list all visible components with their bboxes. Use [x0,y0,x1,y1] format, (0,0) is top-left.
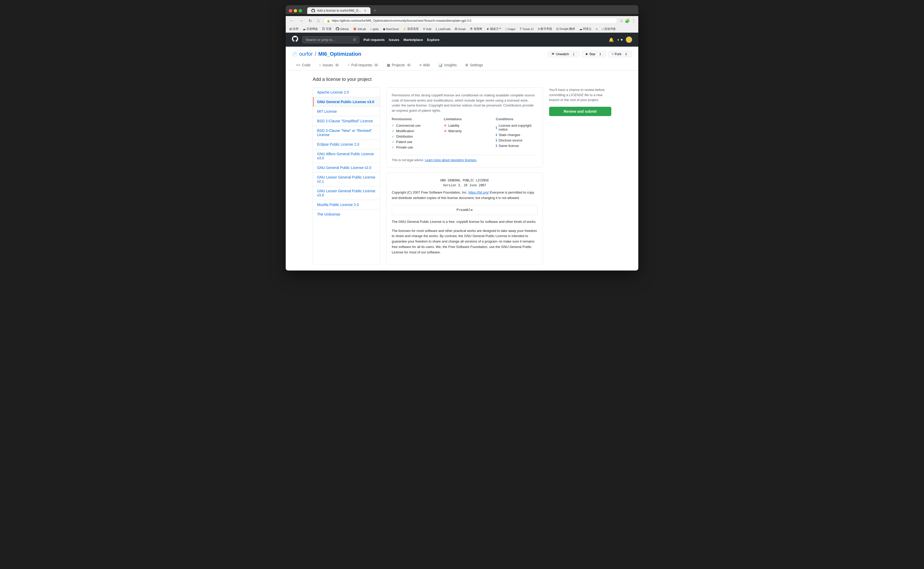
github-logo[interactable] [292,36,298,44]
tab-code[interactable]: <> Code [292,60,315,70]
extensions-icon[interactable]: 🧩 [625,18,630,23]
bookmark-vultr[interactable]: VVultr [422,27,433,31]
license-description: Permissions of this strong copyleft lice… [392,93,537,113]
projects-icon: ▦ [387,63,390,67]
star-browser-icon[interactable]: ☆ [620,18,623,23]
refresh-button[interactable]: ↻ [307,18,313,24]
pr-badge: 0 [374,64,378,67]
check-icon: ✓ [392,123,395,128]
bookmark-travis[interactable]: TTravis CI [518,27,535,31]
license-text-box: GNU GENERAL PUBLIC LICENSE Version 3, 29… [386,173,543,264]
bookmark-daocloud[interactable]: ◆DaoCloud [382,27,400,31]
bookmark-other[interactable]: □其他书签 [601,26,617,31]
review-submit-button[interactable]: Review and submit [549,107,611,116]
search-shortcut: / [353,38,356,41]
close-dot[interactable] [289,9,292,12]
tab-settings[interactable]: ⚙ Settings [461,60,487,70]
preamble-header: Preamble [392,205,537,215]
new-tab-button[interactable]: + [374,8,376,13]
active-tab[interactable]: Add a license to ourfor/MI6_O... ✕ [307,7,371,14]
add-icon[interactable]: + ▾ [617,37,623,42]
minimize-dot[interactable] [294,9,297,12]
license-item-bsd2[interactable]: BSD 2-Clause "Simplified" License [313,116,380,126]
repo-name[interactable]: MI6_Optimization [319,51,361,57]
eye-icon: 👁 [552,52,555,56]
search-input[interactable]: Search or jump to... / [302,36,359,43]
bookmark-gists[interactable]: ○gists [369,27,380,31]
nav-marketplace[interactable]: Marketplace [403,38,423,42]
license-item-agpl3[interactable]: GNU Affero General Public License v3.0 [313,149,380,163]
nav-issues[interactable]: Issues [389,38,399,42]
back-button[interactable]: ← [288,18,296,24]
fork-button[interactable]: ⑂ Fork 0 [608,51,632,57]
license-item-lgpl3[interactable]: GNU Lesser General Public License v3.0 [313,186,380,200]
bookmark-aliyun[interactable]: ☁阿里云 [578,26,593,31]
license-item-gpl2[interactable]: GNU General Public License v2.0 [313,163,380,173]
star-button[interactable]: ★ Star 3 [582,51,606,57]
tab-wiki[interactable]: ≡ Wiki [415,60,434,70]
tab-pull-requests[interactable]: ⑂ Pull requests 0 [343,60,383,70]
bookmark-saobowang[interactable]: ★骚波汪™ [485,26,502,31]
bookmark-imgur[interactable]: □Imgur [505,27,517,31]
unwatch-button[interactable]: 👁 Unwatch 1 [548,51,580,57]
bookmark-zhihushu[interactable]: 木智慧树 [469,26,483,32]
cross-icon: ✕ [444,129,447,133]
license-item-eclipse[interactable]: Eclipse Public License 2.0 [313,140,380,149]
repo-title: 📄 ourfor / MI6_Optimization [292,51,361,57]
fsf-url-link[interactable]: https://fsf.org/ [468,190,489,194]
github-tab-icon [311,9,315,12]
tab-issues[interactable]: ○ Issues 0 [315,60,343,70]
bookmark-leetcode[interactable]: LLeetCode [435,27,451,31]
star-count: 3 [598,52,603,56]
license-list: Apache License 2.0 GNU General Public Li… [313,87,380,264]
tab-projects[interactable]: ▦ Projects 0 [383,60,415,70]
conditions-col: Conditions ℹ License and copyright notic… [496,117,537,151]
home-button[interactable]: ⌂ [316,18,321,24]
license-item-unlicense[interactable]: The Unlicense [313,210,380,219]
license-item-lgpl2[interactable]: GNU Lesser General Public License v2.1 [313,173,380,186]
menu-icon[interactable]: ⋮ [631,18,636,23]
notification-bell-icon[interactable]: 🔔 [609,37,614,42]
cond-disclose-source: ℹ Disclose source [496,138,537,142]
fork-count: 0 [624,52,629,56]
legal-notice: This is not legal advice. Learn more abo… [392,155,537,162]
limitations-col: Limitations ✕ Liability ✕ Warranty [444,117,486,151]
bookmark-github[interactable]: GitHub [335,27,350,31]
bookmark-baidu[interactable]: 百百度 [321,26,332,32]
license-item-mozilla2[interactable]: Mozilla Public License 2.0 [313,200,380,210]
license-item-mit[interactable]: MIT License [313,107,380,116]
browser-actions: ☆ 🧩 ⋮ [620,18,636,23]
limit-liability: ✕ Liability [444,123,486,128]
cross-icon: ✕ [444,123,447,128]
bookmark-shuzidi[interactable]: π数字帝国 [537,26,553,31]
fullscreen-dot[interactable] [299,9,302,12]
nav-explore[interactable]: Explore [427,38,439,42]
lock-icon: 🔒 [327,19,330,23]
pr-icon: ⑂ [348,63,350,67]
bookmark-baidu-pan[interactable]: ☁百度网盘 [302,26,319,31]
github-nav: Pull requests Issues Marketplace Explore [363,38,439,42]
bookmark-gitlab[interactable]: 🦊GitLab [352,27,367,31]
settings-icon: ⚙ [465,63,468,67]
license-item-gpl3[interactable]: GNU General Public License v3.0 [313,97,380,107]
nav-pull-requests[interactable]: Pull requests [363,38,385,42]
bookmark-more[interactable]: » [595,27,599,31]
fork-icon: ⑂ [611,52,614,56]
bookmark-google-translate[interactable]: GGoogle 翻译 [555,26,576,31]
user-avatar[interactable] [626,37,632,43]
bookmark-gmail[interactable]: MGmail [454,27,467,31]
search-placeholder: Search or jump to... [306,38,335,42]
bookmark-thunder[interactable]: ⚡迅雷迅雷 [402,26,420,31]
bookmark-apps[interactable]: ⊞应用 [288,26,299,31]
tab-insights[interactable]: 📊 Insights [434,60,461,70]
limitations-header: Limitations [444,117,486,121]
tab-close-icon[interactable]: ✕ [364,9,366,12]
license-item-apache[interactable]: Apache License 2.0 [313,88,380,97]
perm-private: ✓ Private use [392,145,433,149]
learn-more-link[interactable]: Learn more about repository licenses. [425,158,477,162]
conditions-header: Conditions [496,117,537,121]
forward-button[interactable]: → [297,18,305,24]
repo-owner[interactable]: ourfor [299,51,313,57]
license-item-bsd3[interactable]: BSD 3-Clause "New" or "Revised" License [313,126,380,140]
url-bar[interactable]: 🔒 https://github.com/ourfor/MI6_Optimiza… [323,18,618,24]
